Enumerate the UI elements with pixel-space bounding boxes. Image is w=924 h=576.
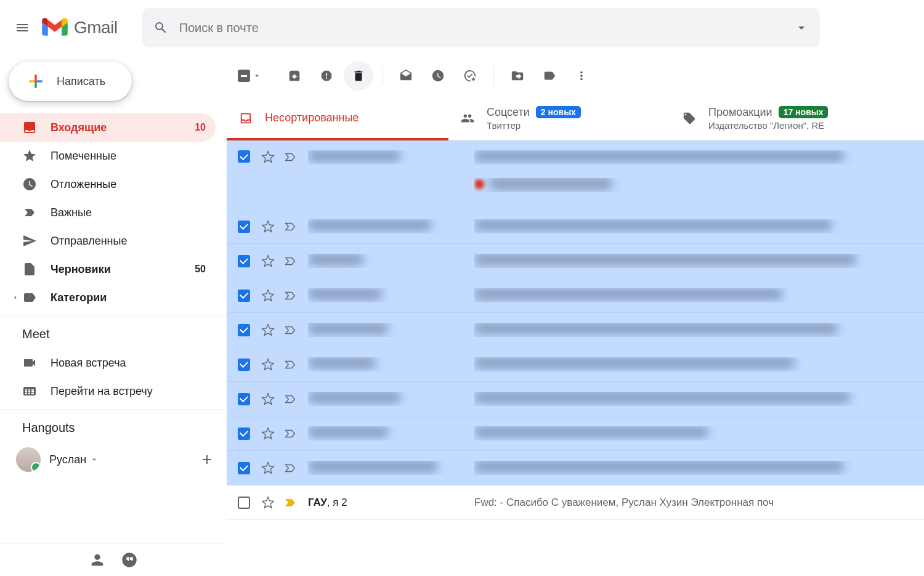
important-icon[interactable] [283, 461, 297, 475]
sidebar-item-snoozed[interactable]: Отложенные [0, 170, 216, 198]
sidebar-item-important[interactable]: Важные [0, 198, 216, 227]
search-icon [153, 20, 168, 35]
email-row[interactable] [227, 209, 924, 244]
email-row[interactable]: ГАУ, я 2 Fwd: - Спасибо С уважением, Рус… [227, 485, 924, 520]
avatar [16, 447, 41, 472]
sidebar-item-starred[interactable]: Помеченные [0, 142, 216, 170]
add-contact-icon[interactable] [200, 452, 214, 467]
label-icon [22, 290, 37, 305]
compose-plus-icon [26, 71, 46, 91]
mail-open-icon [399, 69, 413, 83]
delete-button[interactable] [344, 61, 373, 91]
sidebar-item-categories[interactable]: Категории [0, 283, 216, 312]
add-task-button[interactable] [455, 61, 485, 91]
email-row[interactable] [227, 140, 924, 209]
star-icon[interactable] [261, 150, 275, 164]
sidebar-item-inbox[interactable]: Входящие 10 [0, 113, 216, 142]
star-icon [22, 148, 37, 163]
row-checkbox[interactable] [238, 359, 250, 371]
compose-button[interactable]: Написать [9, 62, 132, 101]
gmail-logo-text: Gmail [74, 18, 118, 38]
snooze-button[interactable] [423, 61, 453, 91]
star-icon[interactable] [261, 461, 275, 475]
select-all-checkbox[interactable] [238, 70, 261, 82]
gmail-logo-icon [42, 18, 68, 38]
important-icon[interactable] [283, 392, 297, 406]
row-checkbox[interactable] [238, 324, 250, 336]
star-icon[interactable] [261, 496, 275, 509]
more-button[interactable] [567, 61, 596, 91]
row-checkbox[interactable] [238, 428, 250, 440]
star-icon[interactable] [261, 358, 275, 371]
caret-down-icon [253, 71, 261, 80]
hangouts-user[interactable]: Руслан [0, 442, 227, 477]
meet-join-meeting[interactable]: Перейти на встречу [0, 377, 216, 405]
important-icon[interactable] [283, 358, 297, 371]
email-row[interactable] [227, 313, 924, 347]
email-row[interactable] [227, 451, 924, 485]
folder-move-icon [511, 69, 524, 83]
tab-promotions[interactable]: Промоакции17 новых Издательство "Легион"… [670, 96, 892, 140]
tab-social[interactable]: Соцсети2 новых Твиттер [448, 96, 670, 140]
hamburger-icon [15, 20, 30, 35]
email-row[interactable] [227, 244, 924, 278]
delete-icon [352, 69, 365, 83]
compose-label: Написать [57, 75, 105, 88]
star-icon[interactable] [261, 289, 275, 302]
sidebar-bottom-bar [0, 543, 227, 576]
star-icon[interactable] [261, 254, 275, 268]
important-icon[interactable] [283, 220, 297, 233]
important-icon[interactable] [283, 150, 297, 164]
row-checkbox[interactable] [238, 462, 250, 474]
hangouts-section-title: Hangouts [0, 409, 227, 442]
meet-section-title: Meet [0, 315, 227, 349]
row-checkbox[interactable] [238, 393, 250, 405]
header: Gmail [0, 0, 924, 55]
caret-down-icon[interactable] [90, 455, 99, 464]
star-icon[interactable] [261, 220, 275, 233]
file-icon [22, 262, 37, 277]
mark-read-button[interactable] [391, 61, 421, 91]
row-checkbox[interactable] [238, 497, 250, 509]
hangouts-icon[interactable] [121, 551, 138, 569]
sidebar-item-drafts[interactable]: Черновики 50 [0, 255, 216, 283]
row-checkbox[interactable] [238, 221, 250, 233]
important-icon [22, 205, 37, 220]
important-icon[interactable] [283, 289, 297, 302]
email-row[interactable] [227, 347, 924, 382]
keyboard-icon [22, 384, 37, 399]
move-button[interactable] [503, 61, 532, 91]
star-icon[interactable] [261, 427, 275, 440]
important-icon[interactable] [283, 496, 297, 509]
email-subject: Fwd: - Спасибо С уважением, Руслан Хузин… [474, 497, 913, 509]
email-row[interactable] [227, 382, 924, 416]
archive-button[interactable] [280, 61, 309, 91]
sidebar-item-sent[interactable]: Отправленные [0, 227, 216, 255]
search-options-icon[interactable] [794, 20, 809, 35]
spam-button[interactable] [312, 61, 341, 91]
label-icon [543, 69, 556, 83]
email-list: ГАУ, я 2 Fwd: - Спасибо С уважением, Рус… [227, 140, 924, 576]
tab-primary[interactable]: Несортированные [227, 96, 448, 140]
row-checkbox[interactable] [238, 255, 250, 267]
star-icon[interactable] [261, 392, 275, 406]
meet-new-meeting[interactable]: Новая встреча [0, 349, 216, 377]
email-row[interactable] [227, 416, 924, 451]
important-icon[interactable] [283, 254, 297, 268]
inbox-icon [239, 112, 253, 125]
main-menu-button[interactable] [7, 13, 37, 43]
label-button[interactable] [535, 61, 564, 91]
important-icon[interactable] [283, 323, 297, 337]
star-icon[interactable] [261, 323, 275, 337]
gmail-logo[interactable]: Gmail [42, 18, 118, 38]
email-row[interactable] [227, 278, 924, 313]
search-bar[interactable] [142, 8, 820, 47]
add-task-icon [463, 69, 477, 83]
person-icon[interactable] [89, 551, 106, 569]
row-checkbox[interactable] [238, 150, 250, 163]
inbox-icon [22, 120, 37, 135]
send-icon [22, 233, 37, 248]
important-icon[interactable] [283, 427, 297, 440]
search-input[interactable] [179, 21, 794, 35]
row-checkbox[interactable] [238, 290, 250, 302]
